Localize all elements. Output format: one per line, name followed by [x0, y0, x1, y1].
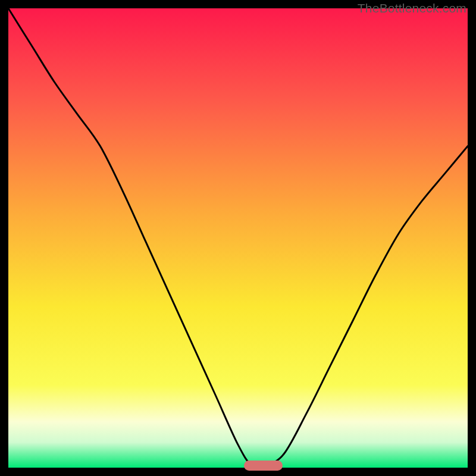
svg-rect-0 [8, 8, 468, 468]
background-gradient [8, 8, 468, 468]
plot-area [8, 8, 468, 468]
chart-stage: TheBottleneck.com [0, 0, 476, 476]
attribution-label: TheBottleneck.com [358, 1, 466, 15]
optimum-marker [244, 461, 283, 471]
